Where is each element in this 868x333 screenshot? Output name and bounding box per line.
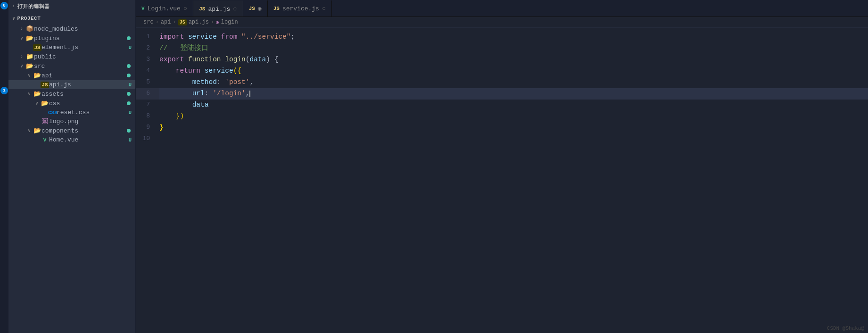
reset-css-label: reset.css xyxy=(57,109,128,116)
chevron-down-icon: ∨ xyxy=(25,128,33,133)
tree-item-home-vue[interactable]: V Home.vue U xyxy=(8,135,135,144)
code-line-7: 7 data xyxy=(136,100,868,111)
tab-close-api-icon[interactable]: ○ xyxy=(233,6,237,12)
code-line-6: 6 url: '/login', xyxy=(136,88,868,100)
tab-close-icon[interactable]: ○ xyxy=(183,5,187,12)
breadcrumb: src › api › JS api.js › ⊛ login xyxy=(136,17,868,28)
breadcrumb-js-badge: JS xyxy=(178,19,187,25)
activity-bar: 8 1 xyxy=(0,0,8,333)
element-js-label: element.js xyxy=(41,44,128,51)
breadcrumb-func-icon: ⊛ xyxy=(216,19,219,25)
line-num-8: 8 xyxy=(136,111,159,121)
home-vue-badge: U xyxy=(128,137,132,143)
tree-item-src[interactable]: ∨ 📂 src xyxy=(8,61,135,71)
sidebar: › 打开的编辑器 ∨ PROJECT › 📦 node_modules ∨ 📂 … xyxy=(8,0,136,333)
code-line-9: 9 } xyxy=(136,122,868,133)
css-modified-dot xyxy=(127,101,131,105)
extra-tab-icon: JS xyxy=(249,6,255,11)
activity-badge-1: 1 xyxy=(0,87,8,94)
tree-item-api-js[interactable]: JS api.js U xyxy=(8,80,135,89)
breadcrumb-sep-1: › xyxy=(156,19,159,25)
line-content-6: url: '/login', xyxy=(159,88,868,100)
code-editor[interactable]: 1 import service from "../service"; 2 //… xyxy=(136,28,868,333)
public-label: public xyxy=(34,53,135,60)
api-folder-label: api xyxy=(41,72,127,79)
tree-item-node-modules[interactable]: › 📦 node_modules xyxy=(8,24,135,33)
open-editors-header[interactable]: › 打开的编辑器 xyxy=(8,0,135,13)
chevron-down-icon: ∨ xyxy=(18,63,25,69)
tab-api-js-label: api.js xyxy=(208,6,230,13)
src-modified-dot xyxy=(127,64,131,68)
node-modules-label: node_modules xyxy=(34,25,135,33)
chevron-down-icon: ∨ xyxy=(18,35,25,41)
tree-item-public[interactable]: › 📁 public xyxy=(8,52,135,61)
tab-service-close-icon[interactable]: ○ xyxy=(322,5,326,12)
img-file-icon: 🖼 xyxy=(41,118,49,125)
css-folder-icon: 📂 xyxy=(41,100,49,107)
element-js-badge: U xyxy=(128,45,132,50)
line-content-5: method: 'post', xyxy=(159,77,868,88)
tree-item-api-folder[interactable]: ∨ 📂 api xyxy=(8,71,135,80)
line-content-9: } xyxy=(159,122,868,133)
css-folder-label: css xyxy=(49,100,127,107)
tree-item-components[interactable]: ∨ 📂 components xyxy=(8,126,135,135)
vue-file-icon: V xyxy=(41,136,49,143)
tree-item-element-js[interactable]: JS element.js U xyxy=(8,43,135,52)
breadcrumb-login: login xyxy=(221,19,238,25)
watermark: CSDN @Shaka@ xyxy=(827,325,864,331)
tab-extra[interactable]: JS ◉ xyxy=(243,0,268,17)
breadcrumb-sep-3: › xyxy=(211,19,214,25)
tree-item-logo-png[interactable]: 🖼 logo.png xyxy=(8,117,135,126)
tab-extra-label: ◉ xyxy=(258,5,262,12)
line-content-3: export function login(data) { xyxy=(159,54,868,66)
npm-folder-icon: 📦 xyxy=(25,25,34,33)
line-num-3: 3 xyxy=(136,54,159,64)
api-modified-dot xyxy=(127,74,131,77)
tree-item-css-folder[interactable]: ∨ 📂 css xyxy=(8,99,135,108)
src-folder-icon: 📂 xyxy=(25,62,34,70)
code-line-5: 5 method: 'post', xyxy=(136,77,868,88)
service-tab-js-icon: JS xyxy=(273,6,280,11)
line-content-10 xyxy=(159,133,868,145)
reset-css-badge: U xyxy=(128,110,132,116)
api-folder-icon: 📂 xyxy=(33,72,41,79)
project-header[interactable]: ∨ PROJECT xyxy=(8,13,135,24)
folder-open-icon: 📂 xyxy=(25,34,34,42)
tab-bar: V Login.vue ○ JS api.js ○ JS ◉ JS servic… xyxy=(136,0,868,17)
code-line-4: 4 return service({ xyxy=(136,66,868,77)
assets-label: assets xyxy=(41,91,127,98)
activity-badge-8: 8 xyxy=(0,2,8,9)
code-line-1: 1 import service from "../service"; xyxy=(136,32,868,43)
tree-item-assets[interactable]: ∨ 📂 assets xyxy=(8,89,135,99)
api-js-label: api.js xyxy=(49,81,128,88)
line-content-7: data xyxy=(159,100,868,111)
line-num-1: 1 xyxy=(136,32,159,42)
components-folder-icon: 📂 xyxy=(33,127,41,134)
chevron-down-icon: ∨ xyxy=(25,73,33,78)
api-js-badge: U xyxy=(128,82,132,88)
chevron-down-icon: ∨ xyxy=(25,91,33,97)
editor-area: V Login.vue ○ JS api.js ○ JS ◉ JS servic… xyxy=(136,0,868,333)
line-content-1: import service from "../service"; xyxy=(159,32,868,43)
line-content-8: }) xyxy=(159,111,868,122)
assets-modified-dot xyxy=(127,92,131,96)
tab-api-js[interactable]: JS api.js ○ xyxy=(193,0,243,17)
tab-login-vue-label: Login.vue xyxy=(148,5,181,12)
tree-item-plugins[interactable]: ∨ 📂 plugins xyxy=(8,33,135,43)
tree-item-reset-css[interactable]: CSS reset.css U xyxy=(8,108,135,117)
logo-png-label: logo.png xyxy=(49,118,135,125)
tab-login-vue[interactable]: V Login.vue ○ xyxy=(136,0,193,17)
project-label: PROJECT xyxy=(17,16,41,21)
chevron-right-icon: › xyxy=(18,54,25,59)
breadcrumb-api-js: api.js xyxy=(189,19,209,25)
chevron-right-icon: › xyxy=(12,4,16,9)
js-file-icon: JS xyxy=(33,44,41,51)
line-num-10: 10 xyxy=(136,133,159,143)
breadcrumb-sep-2: › xyxy=(173,19,176,25)
line-num-2: 2 xyxy=(136,43,159,53)
code-line-10: 10 xyxy=(136,133,868,145)
src-label: src xyxy=(34,63,127,70)
home-vue-label: Home.vue xyxy=(49,136,128,143)
code-line-3: 3 export function login(data) { xyxy=(136,54,868,66)
tab-service-js[interactable]: JS service.js ○ xyxy=(268,0,332,17)
